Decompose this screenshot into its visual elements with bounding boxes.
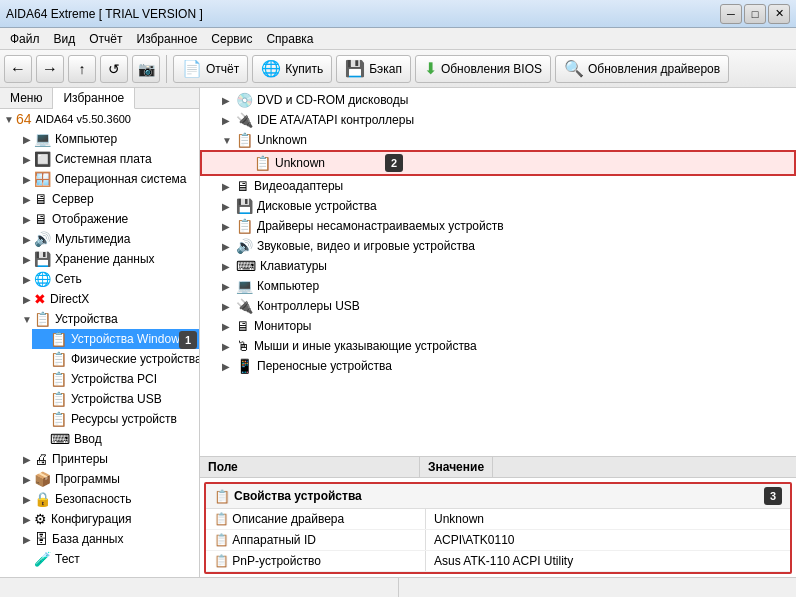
sidebar-item-display[interactable]: ▶ 🖥 Отображение	[16, 209, 199, 229]
sidebar-item-config[interactable]: ▶ ⚙ Конфигурация	[16, 509, 199, 529]
annotation-2: 2	[385, 154, 403, 172]
sidebar-item-aida64[interactable]: ▼ 64 AIDA64 v5.50.3600	[0, 109, 199, 129]
sidebar-item-test[interactable]: 🧪 Тест	[16, 549, 199, 569]
expand-icon: ▶	[222, 115, 236, 126]
usb-icon: 🔌	[236, 298, 253, 314]
unknown-parent-icon: 📋	[236, 132, 253, 148]
content-item-drivers[interactable]: ▶ 📋 Драйверы несамонастраиваемых устройс…	[200, 216, 796, 236]
menu-favorites[interactable]: Избранное	[131, 30, 204, 48]
details-group-header: 📋 Свойства устройства 3	[206, 484, 790, 509]
sidebar-item-devices[interactable]: ▼ 📋 Устройства	[16, 309, 199, 329]
expand-icon: ▶	[20, 292, 34, 306]
mice-icon: 🖱	[236, 338, 250, 354]
driver-update-button[interactable]: 🔍 Обновления драйверов	[555, 55, 729, 83]
phys-devices-icon: 📋	[50, 351, 67, 367]
expand-icon: ▼	[20, 312, 34, 326]
up-button[interactable]: ↑	[68, 55, 96, 83]
field-driver: 📋 Описание драйвера	[206, 509, 426, 529]
bios-update-button[interactable]: ⬇ Обновления BIOS	[415, 55, 551, 83]
content-item-comp[interactable]: ▶ 💻 Компьютер	[200, 276, 796, 296]
content-item-video[interactable]: ▶ 🖥 Видеоадаптеры	[200, 176, 796, 196]
backup-button[interactable]: 💾 Бэкап	[336, 55, 411, 83]
expand-icon	[36, 392, 50, 406]
sidebar-item-database[interactable]: ▶ 🗄 База данных	[16, 529, 199, 549]
sidebar-item-server[interactable]: ▶ 🖥 Сервер	[16, 189, 199, 209]
expand-icon: ▶	[222, 201, 236, 212]
sidebar-item-computer[interactable]: ▶ 💻 Компьютер	[16, 129, 199, 149]
sidebar-tree: ▼ 64 AIDA64 v5.50.3600 ▶ 💻 Компьютер ▶ 🔲…	[0, 109, 199, 569]
menu-view[interactable]: Вид	[48, 30, 82, 48]
forward-button[interactable]: →	[36, 55, 64, 83]
keyboard-icon: ⌨	[236, 258, 256, 274]
pnp-field-icon: 📋	[214, 554, 229, 568]
content-item-disk[interactable]: ▶ 💾 Дисковые устройства	[200, 196, 796, 216]
sidebar-item-network[interactable]: ▶ 🌐 Сеть	[16, 269, 199, 289]
sidebar-item-storage[interactable]: ▶ 💾 Хранение данных	[16, 249, 199, 269]
comp-icon: 💻	[236, 278, 253, 294]
back-button[interactable]: ←	[4, 55, 32, 83]
sidebar-item-windows-devices[interactable]: 📋 Устройства Windows 1	[32, 329, 199, 349]
menu-file[interactable]: Файл	[4, 30, 46, 48]
drivers-icon: 📋	[236, 218, 253, 234]
expand-icon: ▶	[20, 212, 34, 226]
sidebar-item-os[interactable]: ▶ 🪟 Операционная система	[16, 169, 199, 189]
content-item-unknown-child[interactable]: 📋 Unknown 2	[200, 150, 796, 176]
pci-devices-icon: 📋	[50, 371, 67, 387]
close-button[interactable]: ✕	[768, 4, 790, 24]
win-devices-icon: 📋	[50, 331, 67, 347]
content-item-ide[interactable]: ▶ 🔌 IDE ATA/ATAPI контроллеры	[200, 110, 796, 130]
hwid-field-icon: 📋	[214, 533, 229, 547]
security-icon: 🔒	[34, 491, 51, 507]
programs-icon: 📦	[34, 471, 51, 487]
video-icon: 🖥	[236, 178, 250, 194]
sidebar-tree-children: ▶ 💻 Компьютер ▶ 🔲 Системная плата ▶ 🪟 Оп…	[0, 129, 199, 569]
bios-update-icon: ⬇	[424, 59, 437, 78]
minimize-button[interactable]: ─	[720, 4, 742, 24]
content-item-keyboards[interactable]: ▶ ⌨ Клавиатуры	[200, 256, 796, 276]
value-driver: Unknown	[426, 509, 790, 529]
details-highlighted-box: 📋 Свойства устройства 3 📋 Описание драйв…	[204, 482, 792, 574]
sidebar-item-printers[interactable]: ▶ 🖨 Принтеры	[16, 449, 199, 469]
usb-devices-icon: 📋	[50, 391, 67, 407]
report-button[interactable]: 📄 Отчёт	[173, 55, 248, 83]
expand-icon: ▶	[20, 232, 34, 246]
buy-button[interactable]: 🌐 Купить	[252, 55, 332, 83]
tab-menu[interactable]: Меню	[0, 88, 53, 108]
sidebar-item-device-resources[interactable]: 📋 Ресурсы устройств	[32, 409, 199, 429]
content-item-mice[interactable]: ▶ 🖱 Мыши и иные указывающие устройства	[200, 336, 796, 356]
sidebar-item-motherboard[interactable]: ▶ 🔲 Системная плата	[16, 149, 199, 169]
expand-icon: ▶	[222, 281, 236, 292]
expand-icon	[20, 552, 34, 566]
content-item-audio[interactable]: ▶ 🔊 Звуковые, видео и игровые устройства	[200, 236, 796, 256]
expand-icon	[36, 332, 50, 346]
report-icon: 📄	[182, 59, 202, 78]
main-layout: Меню Избранное ▼ 64 AIDA64 v5.50.3600 ▶ …	[0, 88, 796, 577]
expand-icon: ▶	[20, 492, 34, 506]
sidebar-item-pci-devices[interactable]: 📋 Устройства PCI	[32, 369, 199, 389]
menu-help[interactable]: Справка	[260, 30, 319, 48]
menu-report[interactable]: Отчёт	[83, 30, 128, 48]
content-item-usb[interactable]: ▶ 🔌 Контроллеры USB	[200, 296, 796, 316]
content-item-portable[interactable]: ▶ 📱 Переносные устройства	[200, 356, 796, 376]
refresh-button[interactable]: ↺	[100, 55, 128, 83]
screenshot-button[interactable]: 📷	[132, 55, 160, 83]
sidebar-item-programs[interactable]: ▶ 📦 Программы	[16, 469, 199, 489]
content-item-monitors[interactable]: ▶ 🖥 Мониторы	[200, 316, 796, 336]
menu-service[interactable]: Сервис	[205, 30, 258, 48]
computer-icon: 💻	[34, 131, 51, 147]
sidebar-item-security[interactable]: ▶ 🔒 Безопасность	[16, 489, 199, 509]
sidebar-item-usb-devices[interactable]: 📋 Устройства USB	[32, 389, 199, 409]
display-icon: 🖥	[34, 211, 48, 227]
sidebar-item-input[interactable]: ⌨ Ввод	[32, 429, 199, 449]
tab-favorites[interactable]: Избранное	[53, 88, 135, 109]
sidebar-item-directx[interactable]: ▶ ✖ DirectX	[16, 289, 199, 309]
value-hwid: ACPI\ATK0110	[426, 530, 790, 550]
expand-icon: ▶	[20, 252, 34, 266]
maximize-button[interactable]: □	[744, 4, 766, 24]
expand-icon: ▶	[222, 95, 236, 106]
content-item-unknown-parent[interactable]: ▼ 📋 Unknown	[200, 130, 796, 150]
content-item-dvd[interactable]: ▶ 💿 DVD и CD-ROM дисководы	[200, 90, 796, 110]
sidebar-item-multimedia[interactable]: ▶ 🔊 Мультимедиа	[16, 229, 199, 249]
sidebar-item-physical-devices[interactable]: 📋 Физические устройства	[32, 349, 199, 369]
config-icon: ⚙	[34, 511, 47, 527]
